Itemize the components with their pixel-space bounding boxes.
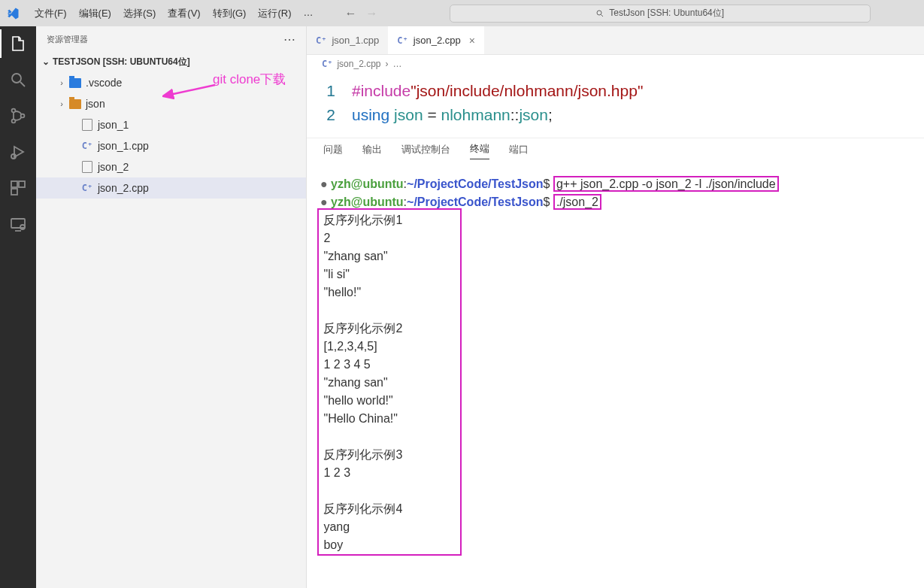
menu-bar: 文件(F)编辑(E)选择(S)查看(V)转到(G)运行(R)… bbox=[29, 4, 319, 23]
panel-tab[interactable]: 输出 bbox=[362, 143, 382, 159]
tree-item-label: .vscode bbox=[86, 77, 122, 89]
terminal-output-line: 反序列化示例1 bbox=[320, 211, 924, 229]
source-control-icon[interactable] bbox=[8, 106, 28, 126]
terminal-command: g++ json_2.cpp -o json_2 -I ./json/inclu… bbox=[553, 176, 779, 192]
file-icon bbox=[80, 161, 95, 173]
panel-tab[interactable]: 端口 bbox=[509, 143, 529, 159]
menu-item[interactable]: 转到(G) bbox=[207, 4, 253, 23]
terminal-output-line: "zhang san" bbox=[320, 374, 924, 392]
nav-forward-icon[interactable]: → bbox=[365, 7, 377, 20]
terminal-output-line bbox=[320, 482, 924, 500]
menu-item[interactable]: 文件(F) bbox=[29, 4, 73, 23]
terminal-output-line: boy bbox=[320, 536, 924, 554]
panel-tab[interactable]: 问题 bbox=[323, 143, 343, 159]
chevron-right-icon: › bbox=[56, 99, 68, 108]
tree-folder[interactable]: ›json bbox=[36, 93, 306, 114]
tree-file[interactable]: C⁺json_1.cpp bbox=[36, 135, 306, 156]
sidebar-more-icon[interactable]: ⋯ bbox=[283, 32, 295, 47]
cpp-file-icon: C⁺ bbox=[80, 141, 95, 151]
editor-tab[interactable]: C⁺json_2.cpp× bbox=[388, 26, 484, 54]
tree-item-label: json_2.cpp bbox=[98, 182, 149, 194]
search-label: TestJson [SSH: Ubuntu64位] bbox=[609, 7, 724, 20]
search-ab-icon[interactable] bbox=[8, 70, 28, 89]
panel-tabs: 问题输出调试控制台终端端口 bbox=[307, 138, 924, 163]
editor-tabs: C⁺json_1.cppC⁺json_2.cpp× bbox=[307, 26, 924, 55]
command-center-search[interactable]: TestJson [SSH: Ubuntu64位] bbox=[450, 5, 871, 23]
activity-bar bbox=[0, 26, 36, 588]
tree-file[interactable]: json_1 bbox=[36, 114, 306, 135]
tree-item-label: json_1 bbox=[98, 119, 129, 131]
svg-line-1 bbox=[601, 14, 604, 17]
svg-rect-10 bbox=[11, 189, 17, 195]
code-content: #include"json/include/nlohmann/json.hpp" bbox=[352, 79, 643, 103]
svg-point-0 bbox=[597, 11, 601, 15]
svg-rect-8 bbox=[11, 181, 17, 187]
tab-label: json_1.cpp bbox=[332, 35, 379, 46]
tree-file[interactable]: json_2 bbox=[36, 156, 306, 177]
terminal-output-line: 2 bbox=[320, 229, 924, 247]
terminal-output-line bbox=[320, 428, 924, 446]
breadcrumb-more: … bbox=[393, 59, 402, 69]
chevron-down-icon: ⌄ bbox=[42, 56, 50, 67]
terminal-command: ./json_2 bbox=[553, 194, 601, 210]
menu-item[interactable]: 查看(V) bbox=[162, 4, 206, 23]
line-number: 1 bbox=[307, 79, 352, 103]
terminal-line: ● yzh@ubuntu:~/ProjectCode/TestJson$ ./j… bbox=[320, 193, 924, 211]
terminal-output-line: [1,2,3,4,5] bbox=[320, 338, 924, 356]
tree-file[interactable]: C⁺json_2.cpp bbox=[36, 177, 306, 199]
tree-item-label: json bbox=[86, 98, 105, 110]
cpp-badge-icon: C⁺ bbox=[397, 35, 407, 46]
breadcrumb[interactable]: C⁺ json_2.cpp › … bbox=[307, 55, 924, 73]
sidebar-explorer: 资源管理器 ⋯ ⌄ TESTJSON [SSH: UBUNTU64位] git … bbox=[36, 26, 307, 588]
editor-tab[interactable]: C⁺json_1.cpp bbox=[307, 26, 388, 54]
code-editor[interactable]: 1#include"json/include/nlohmann/json.hpp… bbox=[307, 73, 924, 138]
search-icon bbox=[595, 9, 604, 18]
tree-folder[interactable]: ›.vscode bbox=[36, 72, 306, 93]
nav-back-icon[interactable]: ← bbox=[344, 7, 356, 20]
terminal-output-line: 1 2 3 bbox=[320, 464, 924, 482]
svg-point-2 bbox=[12, 74, 21, 83]
terminal-output-line: "Hello China!" bbox=[320, 410, 924, 428]
tree-item-label: json_1.cpp bbox=[98, 140, 149, 152]
panel-tab[interactable]: 终端 bbox=[470, 142, 489, 159]
panel-tab[interactable]: 调试控制台 bbox=[401, 143, 450, 159]
tab-label: json_2.cpp bbox=[414, 35, 461, 46]
chevron-right-icon: › bbox=[56, 78, 68, 87]
nav-arrows: ← → bbox=[344, 7, 377, 20]
run-debug-icon[interactable] bbox=[8, 142, 28, 162]
menu-item[interactable]: 选择(S) bbox=[117, 4, 162, 23]
project-root[interactable]: ⌄ TESTJSON [SSH: UBUNTU64位] bbox=[36, 53, 306, 71]
remote-explorer-icon[interactable] bbox=[8, 214, 28, 234]
menu-item[interactable]: 编辑(E) bbox=[73, 4, 117, 23]
terminal-output-line bbox=[320, 302, 924, 320]
terminal-output-line: 1 2 3 4 5 bbox=[320, 356, 924, 374]
terminal-output-line: "zhang san" bbox=[320, 247, 924, 265]
svg-rect-9 bbox=[19, 181, 25, 187]
terminal-output-line: 反序列化示例4 bbox=[320, 500, 924, 518]
breadcrumb-file: json_2.cpp bbox=[337, 59, 380, 69]
folder-json-icon bbox=[68, 99, 83, 109]
svg-point-6 bbox=[21, 114, 25, 118]
file-tree: git clone下载 ›.vscode›jsonjson_1C⁺json_1.… bbox=[36, 71, 306, 199]
svg-point-5 bbox=[12, 120, 16, 123]
code-line: 1#include"json/include/nlohmann/json.hpp… bbox=[307, 79, 924, 103]
file-icon bbox=[80, 119, 95, 131]
tree-item-label: json_2 bbox=[98, 161, 129, 173]
terminal-panel[interactable]: ● yzh@ubuntu:~/ProjectCode/TestJson$ g++… bbox=[307, 163, 924, 554]
svg-line-3 bbox=[20, 82, 25, 86]
svg-point-4 bbox=[12, 109, 16, 113]
cpp-badge-icon: C⁺ bbox=[316, 35, 326, 46]
line-number: 2 bbox=[307, 103, 352, 127]
code-line: 2using json = nlohmann::json; bbox=[307, 103, 924, 127]
terminal-output-line: yang bbox=[320, 518, 924, 536]
titlebar: 文件(F)编辑(E)选择(S)查看(V)转到(G)运行(R)… ← → Test… bbox=[0, 0, 924, 26]
close-icon[interactable]: × bbox=[469, 35, 475, 47]
explorer-icon[interactable] bbox=[8, 34, 28, 53]
folder-vscode-icon bbox=[68, 78, 83, 88]
menu-item[interactable]: 运行(R) bbox=[252, 4, 297, 23]
code-content: using json = nlohmann::json; bbox=[352, 103, 553, 127]
extensions-icon[interactable] bbox=[8, 178, 28, 198]
menu-item[interactable]: … bbox=[297, 4, 319, 23]
svg-rect-11 bbox=[11, 219, 25, 228]
sidebar-title: 资源管理器 bbox=[47, 34, 88, 45]
